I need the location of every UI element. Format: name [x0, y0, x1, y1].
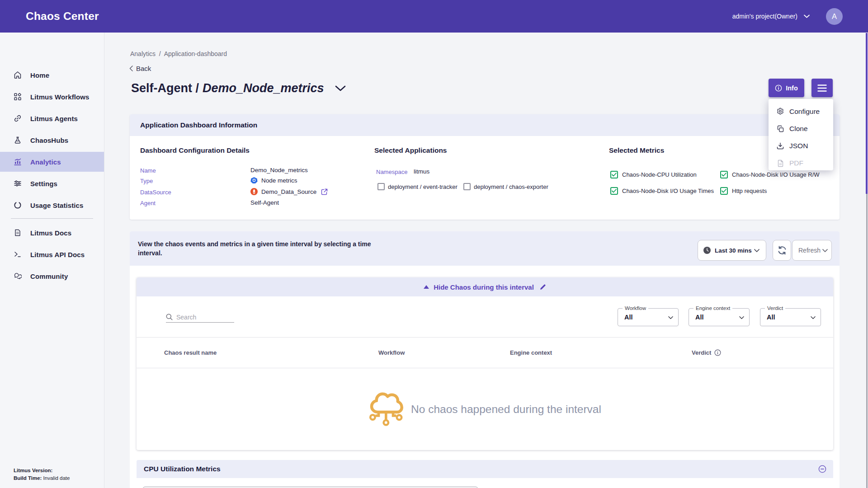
sidebar-item-label: Usage Statistics — [30, 202, 83, 209]
filter-value: All — [624, 309, 633, 326]
hide-chaos-toggle[interactable]: Hide Chaos during this interval — [137, 277, 833, 296]
chevron-down-icon — [822, 249, 828, 252]
dashboard-menu-dropdown: Configure Clone JSON PDF — [769, 99, 833, 170]
minus-circle-icon[interactable] — [818, 465, 826, 473]
column-workflow: Workflow — [378, 349, 405, 356]
settings-icon — [14, 179, 22, 188]
checkbox-checked[interactable] — [720, 171, 728, 178]
pencil-icon — [539, 284, 546, 291]
info-outline-icon — [714, 349, 721, 356]
empty-message: No chaos happened during the interval — [411, 403, 601, 416]
sidebar-item-litmus-workflows[interactable]: Litmus Workflows — [0, 87, 104, 107]
engine-context-filter[interactable]: Engine context All — [689, 308, 750, 326]
refresh-value: Refresh — [798, 247, 821, 254]
config-row-label: DataSource — [140, 189, 171, 196]
config-row-label: Agent — [140, 200, 156, 206]
checkbox-unchecked[interactable] — [463, 183, 471, 190]
scrollbar-thumb[interactable] — [866, 33, 868, 194]
breadcrumb-analytics[interactable]: Analytics — [130, 50, 156, 57]
sidebar-item-label: Litmus Agents — [30, 115, 78, 122]
column-verdict: Verdict — [692, 349, 721, 356]
metric-checkbox-row: Http requests — [720, 187, 767, 195]
metric-checkbox-row: Chaos-Node-CPU Utilization — [610, 171, 697, 178]
sidebar-divider — [11, 218, 93, 219]
chevron-left-icon — [129, 66, 133, 71]
workflow-filter[interactable]: Workflow All — [618, 308, 679, 326]
interval-description: View the chaos events and metrics in a g… — [138, 239, 377, 258]
sidebar-item-litmus-docs[interactable]: Litmus Docs — [0, 223, 104, 243]
config-row-value: Demo_Data_Source — [250, 188, 328, 195]
refresh-now-button[interactable] — [773, 240, 791, 261]
info-button[interactable]: Info — [769, 79, 804, 97]
title-chevron-down-icon[interactable] — [335, 85, 346, 91]
topbar: Chaos Center admin's project(Owner) A — [0, 0, 868, 33]
checkbox-unchecked[interactable] — [377, 183, 385, 190]
checkbox-checked[interactable] — [720, 187, 728, 195]
sidebar-item-settings[interactable]: Settings — [0, 174, 104, 193]
scrollbar-track[interactable] — [866, 194, 868, 488]
sidebar-item-community[interactable]: Community — [0, 266, 104, 286]
menu-item-pdf[interactable]: PDF — [769, 155, 833, 172]
build-time-label: Build Time: — [14, 475, 42, 481]
sidebar-item-label: Settings — [30, 180, 57, 188]
metric-checkbox-row: Chaos-Node-Disk I/O Usage R/W — [720, 171, 820, 178]
cpu-panel-title: CPU Utilization Metrics — [144, 465, 221, 473]
breadcrumb: Analytics / Application-dashboard — [130, 50, 227, 57]
sidebar-item-label: Home — [30, 71, 49, 79]
verdict-filter[interactable]: Verdict All — [760, 308, 821, 326]
sidebar-item-usage-statistics[interactable]: Usage Statistics — [0, 195, 104, 215]
column-engine-context: Engine context — [510, 349, 552, 356]
menu-item-configure[interactable]: Configure — [769, 103, 833, 120]
menu-item-label: JSON — [789, 142, 808, 150]
file-icon — [776, 159, 784, 167]
chevron-down-icon — [754, 249, 760, 252]
info-icon — [775, 84, 782, 92]
external-link-icon[interactable] — [321, 188, 328, 195]
sidebar-item-litmus-api-docs[interactable]: Litmus API Docs — [0, 244, 104, 264]
sidebar-item-analytics[interactable]: Analytics — [0, 152, 104, 172]
panel-band: Application Dashboard Information — [130, 114, 840, 136]
back-button[interactable]: Back — [129, 64, 151, 72]
avatar[interactable]: A — [826, 8, 843, 25]
litmus-version-label: Litmus Version: — [14, 468, 52, 473]
no-chaos-cloud-icon — [368, 392, 403, 426]
breadcrumb-application-dashboard[interactable]: Application-dashboard — [164, 50, 227, 57]
docs-icon — [14, 229, 22, 237]
usage-statistics-icon — [14, 201, 22, 209]
config-row-value: Node metrics — [250, 177, 297, 184]
search-icon — [166, 314, 173, 320]
config-row-value: Demo_Node_metrics — [250, 167, 308, 174]
config-row-label: Name — [140, 167, 156, 174]
namespace-value: litmus — [414, 168, 429, 175]
checkbox-checked[interactable] — [610, 187, 618, 195]
refresh-interval-select[interactable]: Refresh — [792, 240, 832, 261]
community-icon — [14, 272, 22, 280]
filter-value: All — [695, 309, 704, 326]
sidebar-item-litmus-agents[interactable]: Litmus Agents — [0, 108, 104, 128]
checkbox-checked[interactable] — [610, 171, 618, 178]
sidebar-item-label: ChaosHubs — [30, 136, 68, 144]
time-range-select[interactable]: Last 30 mins — [698, 240, 766, 261]
table-header-top-border — [137, 337, 833, 338]
chaos-interval-panel: View the chaos events and metrics in a g… — [130, 231, 840, 488]
sidebar-item-home[interactable]: Home — [0, 65, 104, 85]
project-selector[interactable]: admin's project(Owner) — [732, 13, 797, 20]
checkbox-label: deployment / chaos-exporter — [474, 183, 548, 190]
applications-section-title: Selected Applications — [374, 146, 447, 155]
configuration-section-title: Dashboard Configuration Details — [140, 146, 250, 155]
dashboard-menu-button[interactable] — [811, 79, 833, 97]
workflows-icon — [14, 93, 22, 101]
back-label: Back — [136, 65, 151, 72]
hamburger-icon — [817, 84, 827, 92]
sidebar-item-label: Litmus Docs — [30, 229, 71, 237]
sidebar-item-label: Analytics — [30, 158, 61, 166]
sidebar: Home Litmus Workflows — [0, 33, 104, 488]
chevron-down-icon[interactable] — [804, 14, 810, 18]
menu-item-json[interactable]: JSON — [769, 137, 833, 155]
sidebar-item-chaoshubs[interactable]: ChaosHubs — [0, 130, 104, 150]
menu-item-clone[interactable]: Clone — [769, 120, 833, 137]
search-input[interactable] — [176, 314, 231, 321]
namespace-label: Namespace — [376, 169, 407, 175]
metrics-section-title: Selected Metrics — [609, 146, 664, 155]
prometheus-icon — [250, 188, 258, 195]
